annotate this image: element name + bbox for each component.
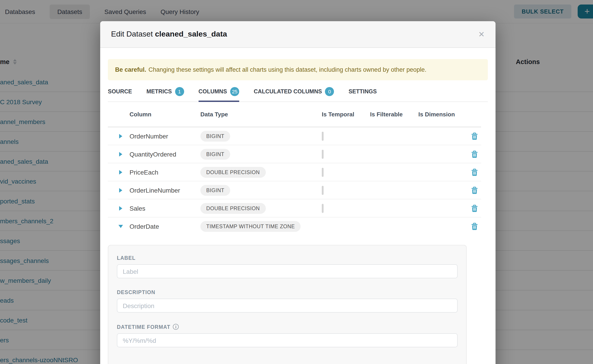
warning-banner-bold: Be careful. xyxy=(115,66,146,73)
modal-title: Edit Dataset cleaned_sales_data xyxy=(111,30,227,39)
column-name: OrderNumber xyxy=(126,132,197,140)
description-field-label: DESCRIPTION xyxy=(117,290,458,295)
tab-label: COLUMNS xyxy=(198,88,227,95)
trash-icon xyxy=(471,187,478,194)
is-temporal-checkbox[interactable] xyxy=(322,204,323,213)
columns-table: Column Data Type Is Temporal Is Filterab… xyxy=(108,102,481,235)
data-type-cell: DOUBLE PRECISION xyxy=(197,167,318,177)
expand-caret-icon[interactable] xyxy=(119,188,122,192)
metrics-count-badge: 1 xyxy=(175,87,184,96)
edit-dataset-modal: Edit Dataset cleaned_sales_data ✕ Be car… xyxy=(100,21,495,364)
data-type-pill: BIGINT xyxy=(200,185,230,195)
column-header: Column xyxy=(126,111,197,118)
delete-column-button[interactable] xyxy=(468,187,481,194)
description-input[interactable] xyxy=(117,299,458,312)
data-type-pill: BIGINT xyxy=(200,149,230,159)
data-type-pill: DOUBLE PRECISION xyxy=(200,167,266,177)
calculated-columns-count-badge: 0 xyxy=(325,87,334,96)
column-name: QuantityOrdered xyxy=(126,150,197,158)
tab-label: SOURCE xyxy=(108,88,132,95)
modal-body: Be careful. Changing these settings will… xyxy=(100,48,495,364)
data-type-cell: BIGINT xyxy=(197,130,318,141)
is-temporal-cell xyxy=(318,132,366,140)
delete-column-button[interactable] xyxy=(468,169,481,176)
delete-column-button[interactable] xyxy=(468,132,481,140)
delete-column-button[interactable] xyxy=(468,205,481,212)
data-type-cell: TIMESTAMP WITHOUT TIME ZONE xyxy=(197,221,318,232)
screen: Databases Datasets Saved Queries Query H… xyxy=(0,0,593,364)
label-input[interactable] xyxy=(117,264,458,278)
data-type-cell: BIGINT xyxy=(197,185,318,195)
trash-icon xyxy=(471,132,478,140)
table-row: OrderDate TIMESTAMP WITHOUT TIME ZONE xyxy=(108,217,481,235)
data-type-cell: DOUBLE PRECISION xyxy=(197,203,318,214)
delete-column-button[interactable] xyxy=(468,223,481,230)
columns-table-rows: OrderNumber BIGINT xyxy=(108,127,481,235)
is-temporal-checkbox[interactable] xyxy=(322,131,323,141)
expand-caret-icon[interactable] xyxy=(119,152,122,156)
trash-icon xyxy=(471,205,478,212)
is-temporal-checkbox[interactable] xyxy=(322,186,323,195)
info-icon[interactable]: i xyxy=(173,324,179,330)
tab-calculated-columns[interactable]: CALCULATED COLUMNS 0 xyxy=(254,86,334,102)
expand-caret-icon[interactable] xyxy=(119,206,122,210)
table-row: OrderNumber BIGINT xyxy=(108,127,481,145)
warning-banner-text: Changing these settings will affect all … xyxy=(148,66,427,73)
column-name: PriceEach xyxy=(126,169,197,176)
table-row: Sales DOUBLE PRECISION xyxy=(108,199,481,217)
tab-label: METRICS xyxy=(146,88,172,95)
trash-icon xyxy=(471,150,478,158)
is-filterable-header: Is Filterable xyxy=(366,111,415,118)
table-row: PriceEach DOUBLE PRECISION xyxy=(108,163,481,181)
trash-icon xyxy=(471,169,478,176)
modal-title-prefix: Edit Dataset xyxy=(111,30,153,38)
modal-tabs: SOURCE METRICS 1 COLUMNS 25 CALCULATED C… xyxy=(108,86,488,102)
column-name: OrderLineNumber xyxy=(126,187,197,194)
close-icon[interactable]: ✕ xyxy=(478,30,485,38)
column-detail-panel: LABEL DESCRIPTION DATETIME FORMAT i xyxy=(108,245,467,364)
field-label-text: LABEL xyxy=(117,255,136,261)
label-field-label: LABEL xyxy=(117,255,458,261)
expand-caret-icon[interactable] xyxy=(119,134,122,138)
column-name: OrderDate xyxy=(126,223,197,230)
tab-metrics[interactable]: METRICS 1 xyxy=(146,86,184,102)
tab-columns[interactable]: COLUMNS 25 xyxy=(198,86,239,102)
expand-caret-icon[interactable] xyxy=(119,170,122,174)
tab-label: SETTINGS xyxy=(349,88,377,95)
is-temporal-cell xyxy=(318,205,366,212)
table-row: OrderLineNumber BIGINT xyxy=(108,181,481,199)
field-label-text: DATETIME FORMAT xyxy=(117,324,170,330)
tab-label: CALCULATED COLUMNS xyxy=(254,88,322,95)
modal-header: Edit Dataset cleaned_sales_data ✕ xyxy=(100,21,495,48)
delete-column-button[interactable] xyxy=(468,150,481,158)
is-temporal-checkbox[interactable] xyxy=(322,168,323,177)
column-name: Sales xyxy=(126,205,197,212)
tab-settings[interactable]: SETTINGS xyxy=(349,86,377,102)
datetime-format-input[interactable] xyxy=(117,333,458,347)
modal-dataset-name: cleaned_sales_data xyxy=(155,30,227,38)
columns-count-badge: 25 xyxy=(230,87,239,96)
datetime-format-field-label: DATETIME FORMAT i xyxy=(117,324,458,330)
field-label-text: DESCRIPTION xyxy=(117,290,155,295)
data-type-cell: BIGINT xyxy=(197,149,318,159)
tab-source[interactable]: SOURCE xyxy=(108,86,132,102)
data-type-pill: TIMESTAMP WITHOUT TIME ZONE xyxy=(200,221,301,232)
trash-icon xyxy=(471,223,478,230)
data-type-pill: BIGINT xyxy=(200,130,230,141)
description-field: DESCRIPTION xyxy=(117,290,458,312)
label-field: LABEL xyxy=(117,255,458,278)
table-row: QuantityOrdered BIGINT xyxy=(108,145,481,163)
expand-caret-icon[interactable] xyxy=(119,225,123,228)
is-temporal-cell xyxy=(318,169,366,176)
datetime-format-field: DATETIME FORMAT i xyxy=(117,324,458,347)
columns-table-header: Column Data Type Is Temporal Is Filterab… xyxy=(108,102,481,127)
warning-banner: Be careful. Changing these settings will… xyxy=(108,59,488,80)
is-temporal-checkbox[interactable] xyxy=(322,150,323,159)
data-type-pill: DOUBLE PRECISION xyxy=(200,203,266,214)
is-temporal-cell xyxy=(318,187,366,194)
is-temporal-cell xyxy=(318,150,366,158)
data-type-header: Data Type xyxy=(197,111,318,118)
is-dimension-header: Is Dimension xyxy=(415,111,468,118)
is-temporal-header: Is Temporal xyxy=(318,111,366,118)
